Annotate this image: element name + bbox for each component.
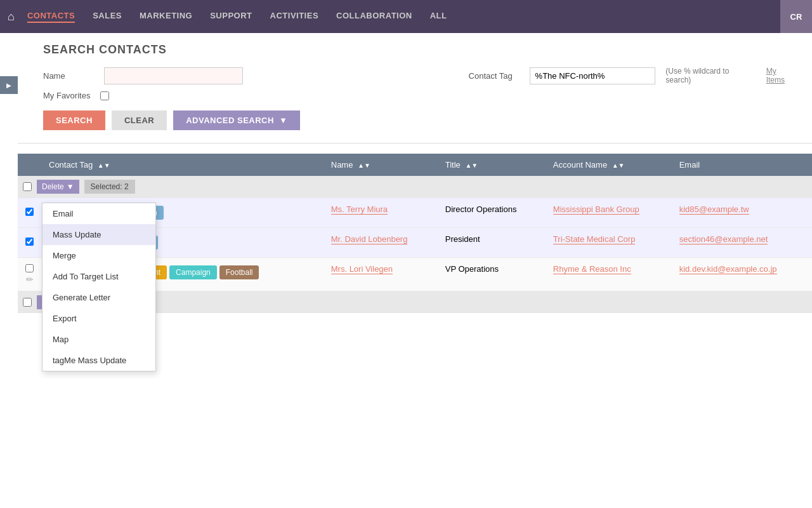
sort-icon-title: ▲▼ xyxy=(465,162,478,169)
wildcard-hint: (Use % wildcard to search) xyxy=(665,67,756,84)
results-table: Contact Tag ▲▼ Name ▲▼ Title ▲▼ Account … xyxy=(18,154,812,291)
user-badge[interactable]: CR xyxy=(780,0,812,33)
advanced-search-label: ADVANCED SEARCH xyxy=(186,116,274,125)
account-name-link[interactable]: Mississippi Bank Group xyxy=(553,204,639,215)
advanced-search-button[interactable]: ADVANCED SEARCH ▼ xyxy=(173,110,300,130)
row-checkbox-cell: ✏ xyxy=(18,258,41,291)
my-items-link[interactable]: My Items xyxy=(766,67,797,84)
row-email-cell: kid85@example.tw xyxy=(672,198,812,228)
row-name-cell: Ms. Terry Miura xyxy=(324,198,438,228)
contact-tag-input[interactable] xyxy=(530,67,656,84)
contact-name-link[interactable]: Ms. Terry Miura xyxy=(331,204,388,215)
row-title-cell: VP Operations xyxy=(438,258,546,291)
nav-link-marketing[interactable]: MARKETING xyxy=(140,11,192,23)
menu-item-add-target-list[interactable]: Add To Target List xyxy=(43,266,155,287)
row-title-cell: Director Operations xyxy=(438,198,546,228)
nav-link-sales[interactable]: SALES xyxy=(93,11,122,23)
nav-link-support[interactable]: SUPPORT xyxy=(210,11,252,23)
page-title: SEARCH CONTACTS xyxy=(43,43,797,57)
selected-count: Selected: 2 xyxy=(84,180,135,194)
delete-dropdown-button[interactable]: Delete ▼ xyxy=(37,180,79,194)
name-input[interactable] xyxy=(104,67,243,84)
menu-item-generate-letter[interactable]: Generate Letter xyxy=(43,287,155,308)
row-email-cell: kid.dev.kid@example.co.jp xyxy=(672,258,812,291)
account-name-link[interactable]: Tri-State Medical Corp xyxy=(553,234,636,244)
email-link[interactable]: kid.dev.kid@example.co.jp xyxy=(679,264,777,274)
delete-label: Delete xyxy=(42,182,64,191)
bottom-select-all-checkbox[interactable] xyxy=(23,298,32,307)
favorites-checkbox[interactable] xyxy=(100,91,109,100)
favorites-row: My Favorites xyxy=(43,91,797,100)
row-checkbox[interactable] xyxy=(25,208,34,216)
sort-icon-account: ▲▼ xyxy=(612,162,625,169)
contact-tag[interactable]: Football xyxy=(219,265,259,279)
row-account-cell: Rhyme & Reason Inc xyxy=(546,258,672,291)
action-bar: Delete ▼ Email Mass Update Merge Add To … xyxy=(18,176,812,197)
search-button[interactable]: SEARCH xyxy=(43,110,105,130)
table-header-row: Contact Tag ▲▼ Name ▲▼ Title ▲▼ Account … xyxy=(18,154,812,176)
action-bar-row: Delete ▼ Email Mass Update Merge Add To … xyxy=(18,176,812,198)
sidebar-toggle[interactable]: ► xyxy=(0,76,18,94)
row-email-cell: section46@example.net xyxy=(672,228,812,258)
results-table-section: Contact Tag ▲▼ Name ▲▼ Title ▲▼ Account … xyxy=(18,154,812,291)
row-checkbox-cell xyxy=(18,198,41,228)
sort-icon-name: ▲▼ xyxy=(358,162,370,169)
menu-item-mass-update[interactable]: Mass Update xyxy=(43,224,155,245)
row-checkbox[interactable] xyxy=(25,237,34,246)
home-icon[interactable]: ⌂ xyxy=(8,10,15,23)
header-account-name[interactable]: Account Name ▲▼ xyxy=(546,154,672,176)
search-name-row: Name Contact Tag (Use % wildcard to sear… xyxy=(43,67,797,84)
sort-icon-contact-tag: ▲▼ xyxy=(98,162,110,169)
header-title[interactable]: Title ▲▼ xyxy=(438,154,546,176)
edit-icon[interactable]: ✏ xyxy=(26,274,34,284)
email-link[interactable]: kid85@example.tw xyxy=(679,204,749,215)
menu-item-tagme[interactable]: tagMe Mass Update xyxy=(43,350,155,371)
search-buttons: SEARCH CLEAR ADVANCED SEARCH ▼ xyxy=(43,110,797,130)
header-name[interactable]: Name ▲▼ xyxy=(324,154,438,176)
menu-item-export[interactable]: Export xyxy=(43,308,155,329)
favorites-label: My Favorites xyxy=(43,91,94,100)
contact-tag[interactable]: Campaign xyxy=(169,265,217,279)
row-name-cell: Mr. David Lobenberg xyxy=(324,228,438,258)
nav-link-collaboration[interactable]: COLLABORATION xyxy=(336,11,412,23)
top-navigation: ⌂ CONTACTSSALESMARKETINGSUPPORTACTIVITIE… xyxy=(0,0,812,33)
row-title-cell: President xyxy=(438,228,546,258)
action-dropdown-menu: Email Mass Update Merge Add To Target Li… xyxy=(42,203,156,371)
menu-item-map[interactable]: Map xyxy=(43,329,155,350)
nav-links: CONTACTSSALESMARKETINGSUPPORTACTIVITIESC… xyxy=(27,11,447,23)
contact-name-link[interactable]: Mrs. Lori Vilegen xyxy=(331,264,393,274)
search-form: Name Contact Tag (Use % wildcard to sear… xyxy=(43,67,797,130)
email-link[interactable]: section46@example.net xyxy=(679,234,768,244)
nav-link-contacts[interactable]: CONTACTS xyxy=(27,11,75,23)
contact-name-link[interactable]: Mr. David Lobenberg xyxy=(331,234,408,244)
menu-item-merge[interactable]: Merge xyxy=(43,245,155,266)
row-name-cell: Mrs. Lori Vilegen xyxy=(324,258,438,291)
row-account-cell: Tri-State Medical Corp xyxy=(546,228,672,258)
nav-link-activities[interactable]: ACTIVITIES xyxy=(270,11,319,23)
delete-dropdown-container: Delete ▼ Email Mass Update Merge Add To … xyxy=(37,180,79,194)
clear-button[interactable]: CLEAR xyxy=(112,110,167,130)
account-name-link[interactable]: Rhyme & Reason Inc xyxy=(553,264,631,274)
dropdown-arrow-icon: ▼ xyxy=(67,182,74,191)
row-checkbox-cell xyxy=(18,228,41,258)
row-account-cell: Mississippi Bank Group xyxy=(546,198,672,228)
dropdown-arrow-icon: ▼ xyxy=(279,116,287,125)
contact-tag-label: Contact Tag xyxy=(469,71,520,81)
row-checkbox[interactable] xyxy=(25,264,34,272)
header-email: Email xyxy=(672,154,812,176)
search-section: SEARCH CONTACTS Name Contact Tag (Use % … xyxy=(18,33,812,144)
name-label: Name xyxy=(43,71,94,81)
menu-item-email[interactable]: Email xyxy=(43,203,155,224)
select-all-checkbox[interactable] xyxy=(23,182,32,191)
header-checkbox-col xyxy=(18,154,41,176)
nav-link-all[interactable]: ALL xyxy=(430,11,447,23)
header-contact-tag[interactable]: Contact Tag ▲▼ xyxy=(41,154,324,176)
